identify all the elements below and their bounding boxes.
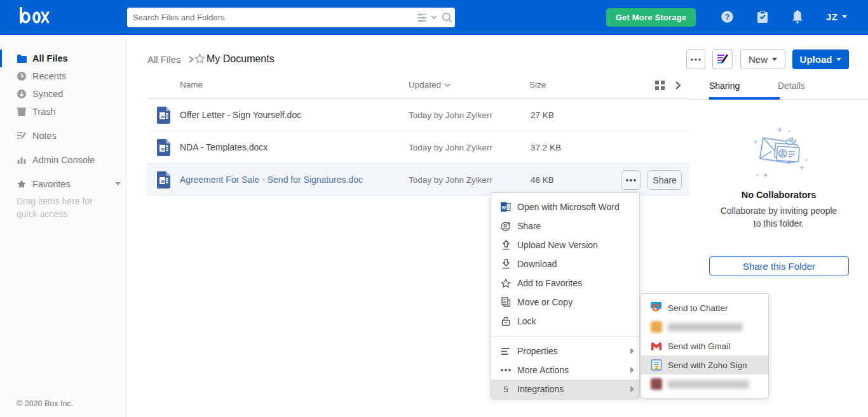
svg-text:w: w bbox=[160, 178, 165, 184]
svg-text:w: w bbox=[160, 114, 165, 119]
svg-text:?: ? bbox=[725, 13, 730, 22]
svg-text:w: w bbox=[501, 204, 506, 211]
svg-text:w: w bbox=[160, 146, 165, 152]
